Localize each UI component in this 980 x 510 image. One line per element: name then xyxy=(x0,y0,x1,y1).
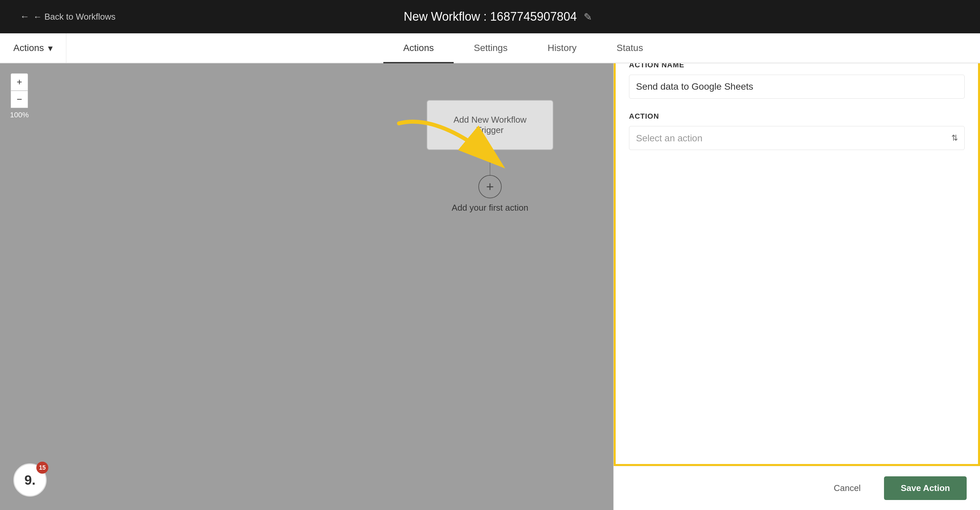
action-name-input[interactable] xyxy=(629,75,965,99)
tabs-bar: Actions ▾ Actions Settings History Statu… xyxy=(0,33,980,64)
back-to-workflows-button[interactable]: ← ← Back to Workflows xyxy=(13,8,123,25)
tab-settings[interactable]: Settings xyxy=(453,34,527,64)
avatar[interactable]: 9. 15 xyxy=(13,463,47,497)
back-arrow-icon: ← xyxy=(20,11,29,22)
actions-dropdown-label: Actions xyxy=(13,43,44,53)
top-nav: ← ← Back to Workflows New Workflow : 168… xyxy=(0,0,980,33)
tab-items: Actions Settings History Status xyxy=(66,33,980,63)
action-select[interactable]: Select an action xyxy=(629,126,965,150)
panel-content: ACTION NAME ACTION Select an action ⇅ xyxy=(614,45,980,466)
save-action-button[interactable]: Save Action xyxy=(884,476,967,500)
add-action-label: Add your first action xyxy=(452,203,528,213)
tab-status[interactable]: Status xyxy=(597,34,663,64)
action-label: ACTION xyxy=(629,112,965,121)
zoom-controls: + − 100% xyxy=(10,73,29,119)
actions-dropdown-button[interactable]: Actions ▾ xyxy=(0,33,66,63)
zoom-in-button[interactable]: + xyxy=(11,73,28,91)
action-group: ACTION Select an action ⇅ xyxy=(629,112,965,150)
action-name-group: ACTION NAME xyxy=(629,61,965,99)
add-action-button[interactable]: + xyxy=(478,175,502,199)
chevron-down-icon: ▾ xyxy=(48,43,52,54)
workflow-title-container: New Workflow : 1687745907804 ✎ xyxy=(123,10,873,24)
panel-inner: ACTION NAME ACTION Select an action ⇅ xyxy=(616,47,978,177)
avatar-badge: 15 xyxy=(37,462,48,473)
back-label: ← Back to Workflows xyxy=(33,12,116,22)
right-panel: Google Sheets Send data to Google Sheets… xyxy=(613,0,980,510)
trigger-node[interactable]: Add New Workflow Trigger xyxy=(427,100,553,150)
minus-icon: − xyxy=(17,94,22,105)
zoom-out-button[interactable]: − xyxy=(11,91,28,108)
trigger-node-label: Add New Workflow Trigger xyxy=(453,115,527,135)
edit-icon[interactable]: ✎ xyxy=(584,11,592,23)
tab-actions[interactable]: Actions xyxy=(383,34,454,64)
avatar-label: 9. xyxy=(24,473,35,488)
zoom-level: 100% xyxy=(10,111,29,119)
action-select-wrapper: Select an action ⇅ xyxy=(629,126,965,150)
plus-icon: + xyxy=(17,77,22,87)
add-icon: + xyxy=(486,180,494,193)
connector-line xyxy=(490,150,490,177)
panel-footer: Cancel Save Action xyxy=(614,466,980,510)
tab-history[interactable]: History xyxy=(528,34,597,64)
cancel-button[interactable]: Cancel xyxy=(817,476,877,500)
workflow-title: New Workflow : 1687745907804 xyxy=(404,10,577,24)
